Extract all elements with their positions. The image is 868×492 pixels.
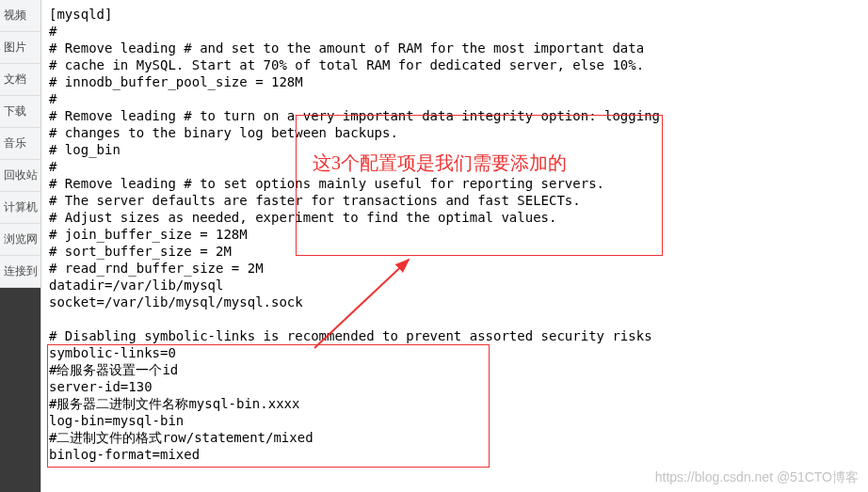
sidebar-item-music[interactable]: 音乐: [0, 128, 40, 160]
sidebar-item-computer[interactable]: 计算机: [0, 192, 40, 224]
sidebar: 视频 图片 文档 下载 音乐 回收站 计算机 浏览网 连接到: [0, 0, 41, 492]
sidebar-item-connect[interactable]: 连接到: [0, 256, 40, 288]
sidebar-item-browse[interactable]: 浏览网: [0, 224, 40, 256]
watermark: https://blog.csdn.net @51CTO博客: [655, 469, 859, 486]
sidebar-item-recyclebin[interactable]: 回收站: [0, 160, 40, 192]
sidebar-item-pictures[interactable]: 图片: [0, 32, 40, 64]
sidebar-item-downloads[interactable]: 下载: [0, 96, 40, 128]
sidebar-item-documents[interactable]: 文档: [0, 64, 40, 96]
config-text: [mysqld] # # Remove leading # and set to…: [49, 6, 860, 463]
main-editor: [mysqld] # # Remove leading # and set to…: [41, 0, 868, 492]
sidebar-spacer: [0, 288, 40, 492]
root: 视频 图片 文档 下载 音乐 回收站 计算机 浏览网 连接到 [mysqld] …: [0, 0, 868, 492]
sidebar-item-videos[interactable]: 视频: [0, 0, 40, 32]
